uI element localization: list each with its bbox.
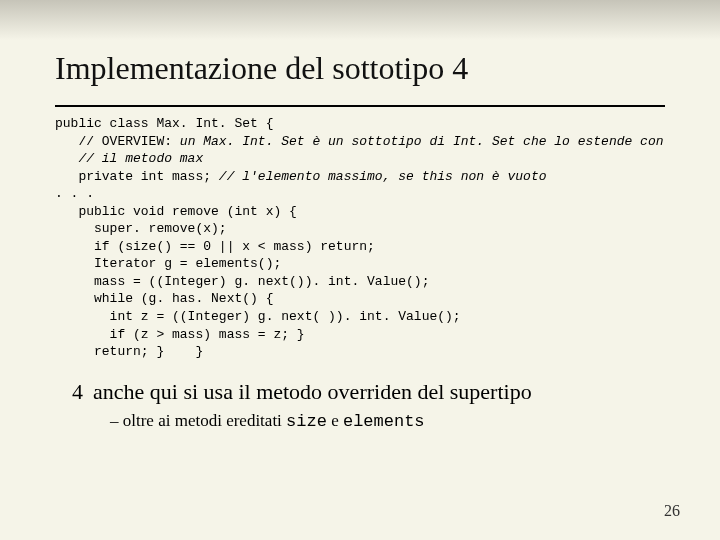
code-line: int z = ((Integer) g. next( )). int. Val…: [55, 309, 461, 324]
code-line: public void remove (int x) {: [55, 204, 297, 219]
sub-bullet-text: oltre ai metodi ereditati: [123, 411, 286, 430]
sub-bullet-text: e: [327, 411, 343, 430]
code-line: Iterator g = elements();: [55, 256, 281, 271]
sub-bullet-mono: size: [286, 412, 327, 431]
bullet-marker: 4: [55, 379, 83, 405]
code-comment: // il metodo max: [55, 151, 203, 166]
sub-bullet-dash: –: [110, 411, 119, 430]
code-line: if (z > mass) mass = z; }: [55, 327, 305, 342]
code-comment: // l'elemento massimo, se this non è vuo…: [219, 169, 547, 184]
code-line: return; } }: [55, 344, 203, 359]
code-line: public class Max. Int. Set {: [55, 116, 273, 131]
code-line: mass = ((Integer) g. next()). int. Value…: [55, 274, 429, 289]
title-underline: [55, 105, 665, 107]
sub-bullet: – oltre ai metodi ereditati size e eleme…: [110, 411, 665, 431]
slide: Implementazione del sottotipo 4 public c…: [0, 0, 720, 540]
code-line: . . .: [55, 186, 94, 201]
code-line: // OVERVIEW:: [55, 134, 172, 149]
page-number: 26: [664, 502, 680, 520]
code-line: if (size() == 0 || x < mass) return;: [55, 239, 375, 254]
bullet-text: anche qui si usa il metodo overriden del…: [93, 379, 532, 405]
slide-title: Implementazione del sottotipo 4: [55, 50, 665, 87]
sub-bullet-mono: elements: [343, 412, 425, 431]
bullet-row: 4 anche qui si usa il metodo overriden d…: [55, 379, 665, 405]
code-line: while (g. has. Next() {: [55, 291, 273, 306]
code-line: private int mass;: [55, 169, 219, 184]
code-block: public class Max. Int. Set { // OVERVIEW…: [55, 115, 665, 361]
code-line: super. remove(x);: [55, 221, 227, 236]
code-comment: un Max. Int. Set è un sottotipo di Int. …: [172, 134, 663, 149]
